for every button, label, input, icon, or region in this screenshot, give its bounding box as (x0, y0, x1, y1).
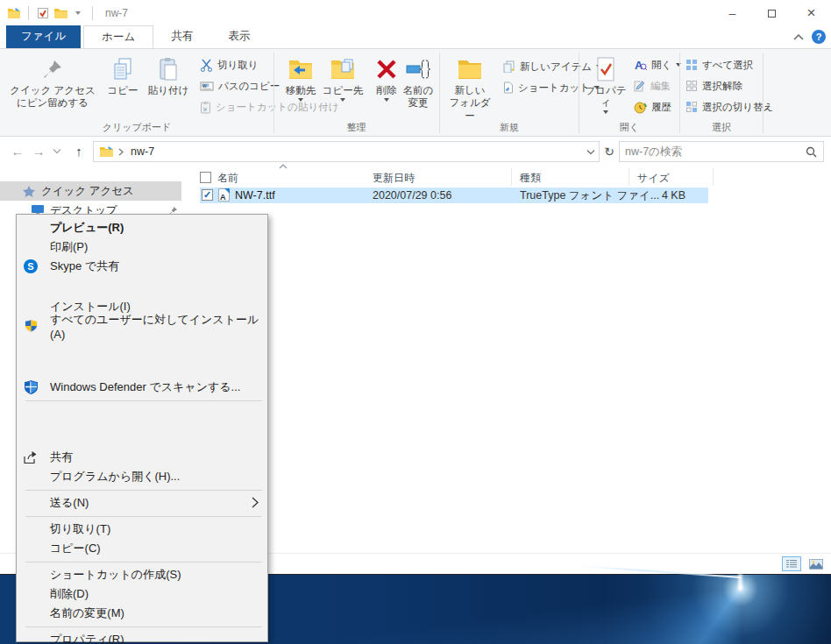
menu-item-preview[interactable]: プレビュー(R) (17, 218, 267, 237)
delete-dropdown-caret (384, 98, 389, 102)
delete-icon (375, 54, 398, 84)
menu-item-defender-scan[interactable]: Windows Defender でスキャンする... (17, 378, 267, 397)
menu-item-send-to[interactable]: 送る(N) (17, 493, 267, 513)
menu-item-rename[interactable]: 名前の変更(M) (17, 604, 267, 623)
group-label-new: 新規 (440, 121, 579, 134)
column-header-type[interactable]: 種類 (520, 171, 541, 186)
menu-item-install-all-users[interactable]: すべてのユーザーに対してインストール(A) (17, 316, 267, 336)
select-all-button[interactable]: すべて選択 (685, 56, 753, 74)
qat-new-folder-button[interactable] (52, 4, 69, 22)
tab-view[interactable]: 表示 (210, 25, 267, 48)
paste-shortcut-icon (200, 101, 211, 114)
refresh-icon[interactable]: ↻ (601, 141, 617, 162)
new-item-icon (503, 60, 515, 73)
menu-item-delete[interactable]: 削除(D) (17, 584, 267, 604)
menu-spacer (17, 276, 267, 297)
breadcrumb-folder[interactable]: nw-7 (131, 145, 154, 158)
search-input[interactable] (620, 145, 806, 158)
menu-item-open-with[interactable]: プログラムから開く(H)... (17, 467, 267, 486)
select-all-checkbox[interactable] (200, 172, 211, 183)
ribbon-group-open: プロパティ A 開く 編集 履歴 開く (579, 49, 679, 137)
cut-button[interactable]: 切り取り (200, 56, 259, 74)
file-size: 4 KB (662, 189, 685, 202)
collapse-ribbon-icon[interactable] (792, 33, 805, 41)
move-to-button[interactable]: 移動先 (281, 54, 320, 102)
menu-item-create-shortcut[interactable]: ショートカットの作成(S) (17, 565, 267, 584)
new-folder-icon (457, 54, 483, 84)
qat-properties-button[interactable] (34, 4, 52, 22)
address-dropdown-chevron-icon[interactable] (586, 149, 595, 155)
column-separator[interactable] (511, 168, 512, 186)
column-header-modified[interactable]: 更新日時 (373, 171, 415, 186)
ribbon-group-new: 新しい フォルダー 新しいアイテム ショートカット 新規 (440, 49, 579, 137)
paste-button[interactable]: 貼り付け (146, 54, 191, 96)
menu-item-share-skype[interactable]: S Skype で共有 (17, 257, 267, 276)
select-none-icon (685, 80, 698, 92)
thumbnail-view-toggle[interactable] (806, 556, 826, 571)
copy-button[interactable]: コピー (103, 54, 142, 96)
column-header-size[interactable]: サイズ (637, 171, 670, 186)
back-icon[interactable]: ← (7, 144, 28, 159)
forward-icon[interactable]: → (28, 144, 49, 159)
column-separator[interactable] (713, 168, 714, 186)
tab-file[interactable]: ファイル (6, 25, 81, 48)
select-all-icon (685, 59, 698, 71)
pin-to-quick-access-button[interactable]: クイック アクセス にピン留めする (9, 54, 96, 110)
svg-text:W: W (202, 82, 207, 88)
sidebar-item-quick-access[interactable]: クイック アクセス (0, 181, 181, 201)
minimize-button[interactable]: – (713, 0, 752, 26)
window-title: nw-7 (105, 7, 128, 19)
breadcrumb-chevron-icon (118, 148, 124, 156)
open-button[interactable]: A 開く (634, 56, 681, 74)
select-none-button[interactable]: 選択解除 (685, 77, 742, 95)
shortcut-icon (503, 81, 514, 94)
properties-button[interactable]: プロパティ (583, 54, 629, 114)
group-label-open: 開く (579, 121, 679, 134)
help-icon[interactable]: ? (812, 30, 826, 44)
paste-icon (158, 54, 179, 84)
properties-dropdown-caret (603, 110, 608, 114)
menu-item-properties[interactable]: プロパティ(R) (17, 630, 267, 644)
column-separator[interactable] (629, 168, 629, 186)
uac-shield-icon (24, 319, 38, 333)
address-input[interactable]: nw-7 (93, 141, 600, 162)
menu-item-cut[interactable]: 切り取り(T) (17, 520, 267, 539)
file-row-nw7[interactable]: ✓ A NW-7.ttf 2020/07/29 0:56 TrueType フォ… (200, 188, 708, 203)
sort-ascending-icon[interactable] (279, 164, 288, 169)
delete-button[interactable]: 削除 (371, 54, 402, 102)
search-icon[interactable] (806, 146, 817, 158)
ribbon-group-clipboard: クイック アクセス にピン留めする コピー 貼り付け 切り取り W (0, 49, 273, 137)
maximize-button[interactable] (752, 0, 792, 26)
menu-separator (25, 516, 262, 517)
light-flare (738, 574, 742, 590)
menu-item-share[interactable]: 共有 (17, 448, 267, 467)
row-checkbox[interactable]: ✓ (202, 189, 213, 201)
titlebar-separator2 (92, 6, 93, 20)
invert-selection-button[interactable]: 選択の切り替え (685, 98, 773, 116)
menu-separator (25, 490, 262, 491)
tab-home[interactable]: ホーム (83, 25, 153, 48)
move-to-dropdown-caret (298, 98, 303, 102)
menu-item-copy[interactable]: コピー(C) (17, 539, 267, 558)
menu-spacer (17, 336, 267, 378)
qat-customize-dropdown[interactable] (69, 4, 87, 22)
close-button[interactable]: × (792, 0, 831, 26)
tab-share[interactable]: 共有 (153, 25, 210, 48)
history-button[interactable]: 履歴 (634, 98, 671, 116)
rename-button[interactable]: 名前の 変更 (399, 54, 437, 110)
file-type: TrueType フォント ファイ... (520, 188, 659, 203)
new-folder-button[interactable]: 新しい フォルダー (445, 54, 494, 122)
copy-to-icon (330, 54, 356, 84)
recent-locations-chevron-icon[interactable] (53, 148, 61, 154)
copy-path-button[interactable]: W パスのコピー (200, 77, 280, 95)
address-bar: ← → ↑ nw-7 ↻ (0, 138, 831, 165)
details-view-toggle[interactable] (782, 556, 801, 571)
edit-button[interactable]: 編集 (634, 77, 671, 95)
folder-icon (100, 146, 113, 157)
up-icon[interactable]: ↑ (68, 144, 89, 159)
menu-item-print[interactable]: 印刷(P) (17, 237, 267, 257)
details-view-icon (785, 559, 798, 569)
file-name: NW-7.ttf (235, 189, 275, 202)
invert-selection-icon (685, 101, 698, 113)
copy-to-button[interactable]: コピー先 (322, 54, 364, 102)
